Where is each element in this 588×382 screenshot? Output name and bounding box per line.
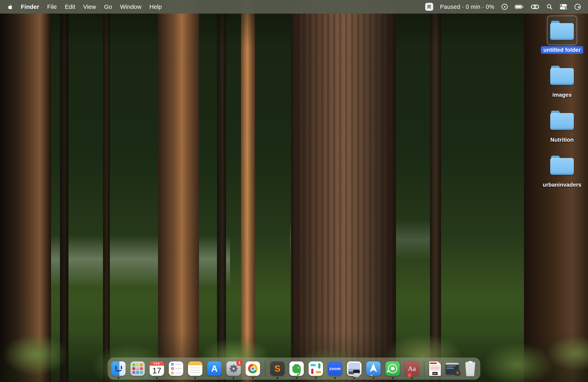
launchpad-icon	[130, 362, 145, 376]
sublime-text-icon: S	[270, 362, 285, 376]
dock-item-whatsapp[interactable]	[385, 362, 400, 376]
notes-icon	[188, 362, 202, 376]
running-indicator	[194, 377, 196, 379]
menu-bar-status: R Paused · 0 min · 0%	[425, 3, 581, 11]
finder-icon	[111, 362, 126, 376]
battery-icon[interactable]	[515, 3, 524, 10]
running-indicator	[392, 377, 393, 379]
running-indicator	[277, 377, 278, 379]
dock-separator	[265, 361, 265, 376]
running-indicator	[296, 377, 297, 379]
running-indicator	[252, 377, 253, 379]
control-center-icon[interactable]	[560, 3, 567, 10]
menu-item-window[interactable]: Window	[116, 3, 146, 10]
minimized-sublime-window: S	[446, 363, 459, 374]
folder-selection-plate	[547, 105, 577, 135]
apple-logo-icon	[7, 3, 14, 10]
dock-item-trash[interactable]	[463, 361, 477, 376]
folder-selection-plate	[547, 16, 577, 45]
folder-name[interactable]: images	[550, 91, 574, 99]
chrome-icon	[246, 362, 260, 376]
desktop-folder-urbaninvaders[interactable]: urbaninvaders	[545, 151, 579, 189]
calendar-month: FEB	[150, 362, 164, 366]
dock-item-pdf-document[interactable]: PDF	[429, 362, 441, 376]
rize-app-icon[interactable]: R	[425, 3, 433, 11]
dock-item-system-settings[interactable]: 1	[226, 362, 241, 376]
dock-item-app-store[interactable]: A	[207, 362, 222, 376]
link-icon[interactable]	[530, 3, 540, 10]
time-tracker-status[interactable]: Paused · 0 min · 0%	[440, 4, 494, 10]
trash-full-icon	[463, 361, 477, 376]
menu-item-go[interactable]: Go	[100, 3, 116, 10]
spotlight-search-icon[interactable]	[546, 3, 553, 10]
dock-item-calendar[interactable]: FEB 17	[150, 362, 164, 376]
folder-icon	[550, 111, 574, 130]
sublime-badge: S	[455, 370, 460, 375]
dictionary-icon: Aa	[405, 362, 419, 376]
preview-icon	[347, 362, 361, 376]
notification-badge: 1	[236, 360, 242, 366]
pdf-document-icon: PDF	[429, 362, 441, 376]
dock-item-evernote[interactable]	[289, 362, 304, 376]
running-indicator	[315, 377, 316, 379]
dock-item-minimized-window[interactable]: S	[446, 363, 459, 374]
dock-item-slack[interactable]	[309, 362, 323, 376]
dock-separator	[424, 361, 424, 376]
whatsapp-icon	[385, 362, 400, 376]
desktop-folder-nutrition[interactable]: Nutrition	[545, 105, 579, 144]
desktop-folder-images[interactable]: images	[545, 60, 579, 99]
menu-item-finder[interactable]: Finder	[17, 3, 43, 10]
folder-selection-plate	[547, 60, 577, 90]
running-indicator	[233, 377, 234, 379]
folder-icon	[550, 66, 574, 85]
slack-icon	[309, 362, 323, 376]
menu-item-view[interactable]: View	[79, 3, 100, 10]
folder-icon	[550, 21, 574, 40]
running-indicator	[118, 377, 119, 379]
pdf-label: PDF	[432, 372, 438, 375]
spark-icon	[366, 362, 381, 376]
running-indicator	[334, 377, 336, 379]
dock-item-zoom[interactable]: zoom	[328, 362, 342, 376]
dock-item-preview[interactable]	[347, 362, 361, 376]
running-indicator	[156, 377, 158, 379]
menu-bar-left: Finder File Edit View Go Window Help	[7, 3, 166, 11]
menu-item-help[interactable]: Help	[146, 3, 166, 10]
folder-name[interactable]: urbaninvaders	[540, 181, 584, 189]
clock-icon[interactable]	[574, 3, 581, 10]
folder-name[interactable]: untitled folder	[541, 46, 583, 54]
apple-menu[interactable]	[7, 3, 14, 11]
folder-name[interactable]: Nutrition	[548, 136, 576, 144]
running-indicator	[353, 377, 355, 379]
menu-item-file[interactable]: File	[43, 3, 61, 10]
app-store-icon: A	[207, 362, 222, 376]
evernote-icon	[289, 362, 304, 376]
dock-item-launchpad[interactable]	[130, 362, 145, 376]
dock-item-chrome[interactable]	[246, 362, 260, 376]
dock-item-spark[interactable]	[366, 362, 381, 376]
zoom-icon: zoom	[328, 362, 342, 376]
reminders-icon	[169, 362, 183, 376]
play-circle-icon[interactable]	[501, 3, 508, 10]
calendar-icon: FEB 17	[150, 362, 164, 376]
dock-item-dictionary[interactable]: Aa	[405, 362, 419, 376]
dock-item-notes[interactable]	[188, 362, 202, 376]
menu-bar: Finder File Edit View Go Window Help R P…	[0, 0, 588, 14]
system-settings-icon: 1	[226, 362, 241, 376]
menu-item-edit[interactable]: Edit	[61, 3, 79, 10]
running-indicator	[411, 377, 413, 379]
folder-icon	[550, 156, 574, 175]
folder-selection-plate	[547, 151, 577, 180]
dock: FEB 17 A 1 S	[108, 358, 480, 380]
dock-item-reminders[interactable]	[169, 362, 183, 376]
dock-item-sublime-text[interactable]: S	[270, 362, 285, 376]
running-indicator	[373, 377, 374, 379]
dock-item-finder[interactable]	[111, 362, 126, 376]
desktop-folder-untitled[interactable]: untitled folder	[545, 16, 579, 54]
calendar-day: 17	[152, 366, 161, 376]
